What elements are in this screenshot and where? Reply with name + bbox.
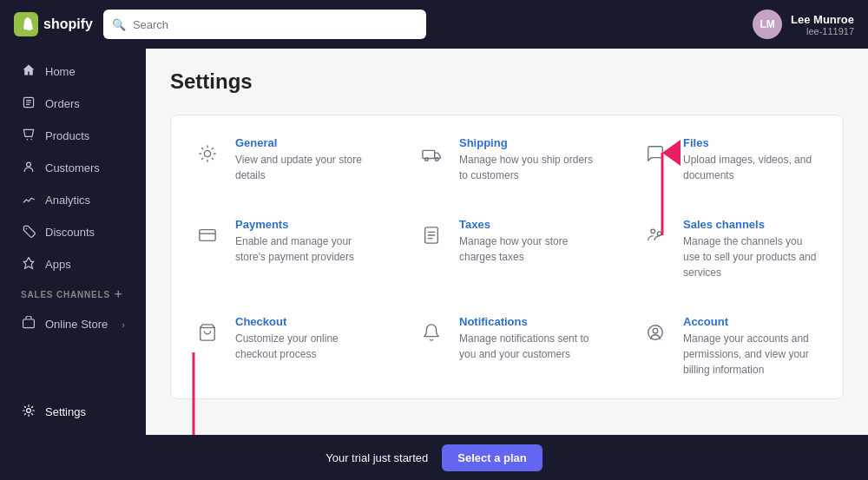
svg-point-17	[653, 328, 658, 333]
files-title: Files	[683, 136, 822, 149]
svg-point-4	[26, 228, 28, 230]
sidebar-item-discounts[interactable]: Discounts	[7, 217, 139, 247]
settings-item-payments[interactable]: Payments Enable and manage your store's …	[171, 201, 395, 298]
sidebar-label-home: Home	[45, 65, 76, 78]
settings-item-general[interactable]: General View and update your store detai…	[171, 119, 395, 201]
svg-rect-6	[23, 319, 35, 328]
sidebar-item-analytics[interactable]: Analytics	[7, 185, 139, 215]
svg-point-2	[30, 139, 32, 141]
svg-rect-9	[423, 150, 435, 158]
user-name: Lee Munroe	[791, 13, 854, 26]
files-icon	[640, 138, 671, 169]
shipping-content: Shipping Manage how you ship orders to c…	[459, 136, 598, 183]
notifications-title: Notifications	[459, 315, 598, 328]
svg-point-14	[651, 229, 655, 233]
svg-point-8	[204, 150, 210, 156]
settings-item-sales-channels[interactable]: Sales channels Manage the channels you u…	[619, 201, 843, 298]
home-icon	[21, 63, 36, 80]
files-content: Files Upload images, videos, and documen…	[683, 136, 822, 183]
settings-item-shipping[interactable]: Shipping Manage how you ship orders to c…	[395, 119, 619, 201]
products-icon	[21, 128, 36, 144]
checkout-icon	[192, 317, 223, 348]
sidebar-item-customers[interactable]: Customers	[7, 153, 139, 183]
sidebar-label-orders: Orders	[45, 97, 80, 110]
trial-text: Your trial just started	[326, 451, 428, 464]
notifications-desc: Manage notifications sent to you and you…	[459, 331, 598, 362]
sales-channels-section: Sales Channels ＋	[7, 281, 139, 307]
taxes-icon	[416, 220, 447, 251]
sales-channels-content: Sales channels Manage the channels you u…	[683, 218, 822, 280]
notifications-icon	[416, 317, 447, 348]
files-desc: Upload images, videos, and documents	[683, 152, 822, 183]
sidebar-item-settings[interactable]: Settings	[7, 397, 139, 427]
sidebar-item-apps[interactable]: Apps	[7, 249, 139, 279]
sidebar-item-orders[interactable]: Orders	[7, 89, 139, 119]
settings-grid: General View and update your store detai…	[171, 119, 843, 395]
add-sales-channel-icon[interactable]: ＋	[112, 286, 125, 302]
discounts-icon	[21, 224, 36, 240]
shipping-icon	[416, 138, 447, 169]
checkout-content: Checkout Customize your online checkout …	[235, 315, 374, 362]
page-title: Settings	[170, 69, 844, 94]
search-bar[interactable]: 🔍	[103, 10, 426, 39]
sales-channels-title: Sales channels	[683, 218, 822, 231]
logo-text: shopify	[43, 16, 93, 32]
taxes-desc: Manage how your store charges taxes	[459, 233, 598, 265]
top-bar: shopify 🔍 LM Lee Munroe lee-111917	[0, 0, 868, 49]
sales-channels-label: Sales Channels	[21, 290, 110, 299]
main-content: Settings General View and update your st…	[146, 49, 868, 435]
search-icon: 🔍	[112, 18, 126, 31]
sidebar-label-online-store: Online Store	[45, 318, 108, 331]
orders-icon	[21, 95, 36, 112]
sidebar-label-products: Products	[45, 129, 89, 142]
shopify-logo[interactable]: shopify	[14, 12, 93, 36]
sales-channels-icon	[640, 220, 671, 251]
taxes-content: Taxes Manage how your store charges taxe…	[459, 218, 598, 265]
settings-item-files[interactable]: Files Upload images, videos, and documen…	[619, 119, 843, 201]
sales-channels-desc: Manage the channels you use to sell your…	[683, 233, 822, 280]
settings-item-account[interactable]: Account Manage your accounts and permiss…	[619, 298, 843, 395]
settings-item-checkout[interactable]: Checkout Customize your online checkout …	[171, 298, 395, 395]
customers-icon	[21, 160, 36, 176]
apps-icon	[21, 256, 36, 273]
user-info: Lee Munroe lee-111917	[791, 13, 854, 36]
svg-marker-5	[23, 258, 33, 269]
shipping-title: Shipping	[459, 136, 598, 149]
sidebar-item-home[interactable]: Home	[7, 56, 139, 87]
bottom-bar: Your trial just started Select a plan	[0, 435, 868, 480]
svg-point-7	[27, 409, 31, 413]
settings-item-taxes[interactable]: Taxes Manage how your store charges taxe…	[395, 201, 619, 298]
avatar[interactable]: LM	[753, 10, 782, 39]
sidebar: Home Orders Products Customers Analytics	[0, 49, 146, 435]
analytics-icon	[21, 192, 36, 208]
sidebar-label-apps: Apps	[45, 258, 71, 271]
sidebar-label-settings: Settings	[45, 405, 86, 418]
svg-point-10	[425, 158, 429, 161]
svg-point-15	[657, 232, 661, 236]
online-store-icon	[21, 316, 36, 332]
search-input[interactable]	[133, 18, 418, 31]
payments-icon	[192, 220, 223, 251]
sidebar-item-online-store[interactable]: Online Store ›	[7, 309, 139, 339]
svg-rect-12	[200, 230, 215, 241]
online-store-expand-icon[interactable]: ›	[122, 319, 125, 330]
notifications-content: Notifications Manage notifications sent …	[459, 315, 598, 362]
account-title: Account	[683, 315, 822, 328]
general-title: General	[235, 136, 374, 149]
account-icon	[640, 317, 671, 348]
checkout-title: Checkout	[235, 315, 374, 328]
user-id: lee-111917	[791, 26, 854, 36]
settings-icon	[21, 404, 36, 420]
shopify-logo-icon	[14, 12, 38, 36]
general-desc: View and update your store details	[235, 152, 374, 183]
select-plan-button[interactable]: Select a plan	[442, 444, 542, 471]
account-content: Account Manage your accounts and permiss…	[683, 315, 822, 378]
svg-point-3	[27, 162, 31, 167]
sidebar-item-products[interactable]: Products	[7, 121, 139, 151]
general-icon	[192, 138, 223, 169]
layout: Home Orders Products Customers Analytics	[0, 49, 868, 435]
settings-card: General View and update your store detai…	[170, 115, 844, 399]
sidebar-label-customers: Customers	[45, 161, 100, 174]
payments-title: Payments	[235, 218, 374, 231]
settings-item-notifications[interactable]: Notifications Manage notifications sent …	[395, 298, 619, 395]
